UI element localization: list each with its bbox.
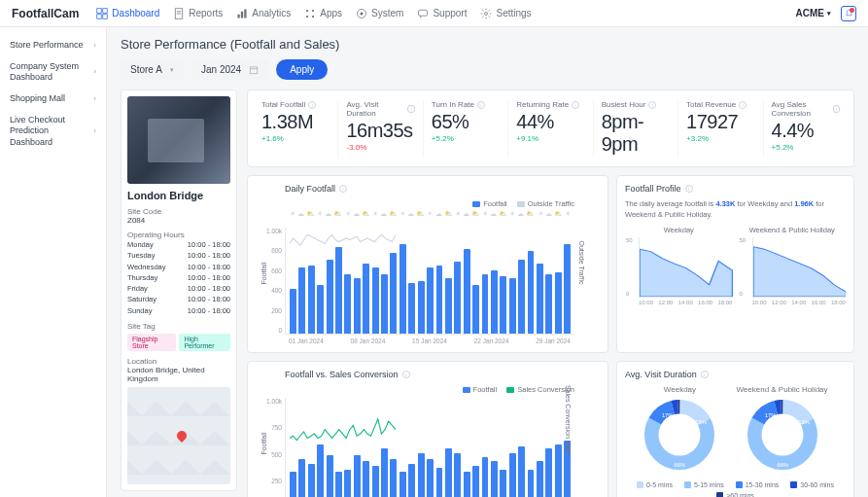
kpi-value: 1.38M — [261, 111, 330, 133]
nav-system[interactable]: System — [356, 8, 403, 19]
nav-support[interactable]: Support — [417, 8, 467, 19]
footfall-profile-note: The daily average footfall is 4.33K for … — [625, 199, 846, 220]
info-icon[interactable]: i — [402, 371, 410, 378]
legend-item: Footfall — [463, 385, 498, 394]
outside-traffic-line — [290, 228, 396, 334]
svg-text:13%: 13% — [696, 419, 708, 425]
period-select[interactable]: Jan 2024 — [191, 59, 268, 80]
kpi-label: Total Revenue i — [686, 100, 754, 109]
mini-chart-title: Weekday — [625, 226, 733, 234]
weather-icon: ⛅ — [526, 210, 535, 218]
nav-dashboard[interactable]: Dashboard — [96, 8, 159, 19]
right-nav: ACME▾ — [796, 6, 856, 21]
nav-reports[interactable]: Reports — [173, 8, 223, 19]
swatch-icon — [463, 387, 470, 393]
dashboard-icon — [96, 8, 108, 19]
bar — [381, 274, 388, 334]
weather-icon: ☁ — [325, 210, 331, 218]
sidebar-item-shopping-mall[interactable]: Shopping Mall› — [0, 89, 106, 110]
chevron-right-icon: › — [93, 67, 96, 77]
top-nav: FootfallCam Dashboard Reports Analytics … — [0, 0, 868, 27]
y-axis-label-right: Outside Traffic — [578, 240, 585, 284]
info-icon[interactable]: i — [308, 101, 316, 109]
donut-svg: 17% 66% 13% — [746, 398, 819, 472]
bar — [344, 470, 351, 497]
sales-conversion-line — [290, 398, 396, 497]
footfall-vs-sales-card: Footfall vs. Sales Conversioni Footfall … — [247, 361, 608, 497]
donut-legend: 0-5 mins5-15 mins15-30 mins30-60 mins>60… — [625, 481, 846, 497]
sidebar-item-company-dashboard[interactable]: Company System Dashboard› — [0, 56, 106, 89]
legend-item: 30-60 mins — [790, 481, 834, 488]
weather-icon: ☁ — [380, 210, 387, 218]
apply-button[interactable]: Apply — [276, 59, 328, 80]
kpi-label: Busiest Hour i — [602, 100, 670, 109]
nav-analytics[interactable]: Analytics — [236, 8, 291, 19]
nav-items: Dashboard Reports Analytics Apps System … — [96, 8, 795, 19]
account-menu[interactable]: ACME▾ — [796, 8, 831, 18]
weather-icon: ⛅ — [362, 210, 370, 218]
bar — [363, 461, 369, 497]
weather-icon: ☁ — [463, 210, 469, 218]
legend-item: >60 mins — [716, 492, 754, 497]
settings-icon — [480, 8, 492, 19]
info-icon[interactable]: i — [339, 185, 347, 193]
bar — [555, 444, 562, 497]
filter-bar: Store A▾ Jan 2024 Apply — [121, 59, 854, 80]
footfall-profile-title: Footfall Profilei — [625, 184, 846, 194]
svg-point-10 — [306, 9, 308, 11]
bar — [298, 267, 305, 334]
weather-icon: ☀ — [565, 210, 571, 218]
kpi-delta: -3.0% — [346, 143, 414, 152]
info-icon[interactable]: i — [648, 101, 656, 109]
info-icon[interactable]: i — [685, 185, 693, 193]
sidebar-item-store-performance[interactable]: Store Performance› — [0, 35, 106, 56]
info-icon[interactable]: i — [833, 105, 840, 113]
bar — [528, 470, 535, 497]
bar — [528, 251, 535, 334]
svg-point-12 — [306, 15, 308, 17]
info-icon[interactable]: i — [407, 105, 414, 113]
sidebar-item-checkout-prediction[interactable]: Live Checkout Prediction Dashboard› — [0, 110, 106, 154]
kpi-item: Turn In Rate i65%+5.2% — [424, 100, 508, 157]
nav-apps[interactable]: Apps — [304, 8, 342, 19]
brand-logo: FootfallCam — [12, 7, 79, 20]
notifications-button[interactable] — [841, 6, 856, 21]
kpi-delta: +3.2% — [686, 134, 754, 143]
kpi-value: 44% — [516, 111, 584, 133]
bar — [418, 453, 425, 497]
bar — [454, 262, 461, 334]
svg-text:13%: 13% — [798, 419, 810, 425]
footfall-vs-sales-chart: 1.00k750500250 Footfall Sales Conversion… — [285, 398, 574, 497]
info-icon[interactable]: i — [701, 371, 709, 378]
chevron-right-icon: › — [93, 41, 96, 51]
chevron-right-icon: › — [93, 94, 96, 104]
hours-row: Thursday10:00 - 18:00 — [127, 272, 230, 283]
swatch-icon — [517, 201, 525, 207]
x-axis-ticks: 01 Jan 202408 Jan 202415 Jan 202422 Jan … — [285, 337, 574, 344]
store-select[interactable]: Store A▾ — [121, 59, 184, 80]
bar — [482, 274, 489, 334]
bar — [472, 466, 479, 497]
info-icon[interactable]: i — [572, 101, 579, 109]
nav-settings[interactable]: Settings — [480, 8, 531, 19]
y-axis-label: Footfall — [260, 432, 267, 454]
kpi-label: Turn In Rate i — [432, 100, 500, 109]
bar — [327, 455, 333, 497]
info-icon[interactable]: i — [477, 101, 485, 109]
kpi-value: 17927 — [686, 111, 754, 133]
site-map[interactable] — [127, 387, 230, 484]
weather-icon: ☁ — [517, 210, 524, 218]
weather-icon: ☁ — [353, 210, 360, 218]
calendar-icon — [249, 65, 259, 75]
tag: High Performer — [179, 334, 230, 351]
weather-icon: ☁ — [435, 210, 442, 218]
bar — [445, 448, 452, 497]
support-icon — [417, 8, 429, 19]
weather-icon: ☀ — [538, 210, 543, 218]
site-code-label: Site Code — [127, 207, 230, 216]
bar — [408, 283, 415, 334]
bar — [308, 464, 315, 497]
kpi-item: Avg. Visit Duration i16m35s-3.0% — [338, 100, 423, 157]
bar — [381, 448, 388, 497]
info-icon[interactable]: i — [739, 101, 746, 109]
